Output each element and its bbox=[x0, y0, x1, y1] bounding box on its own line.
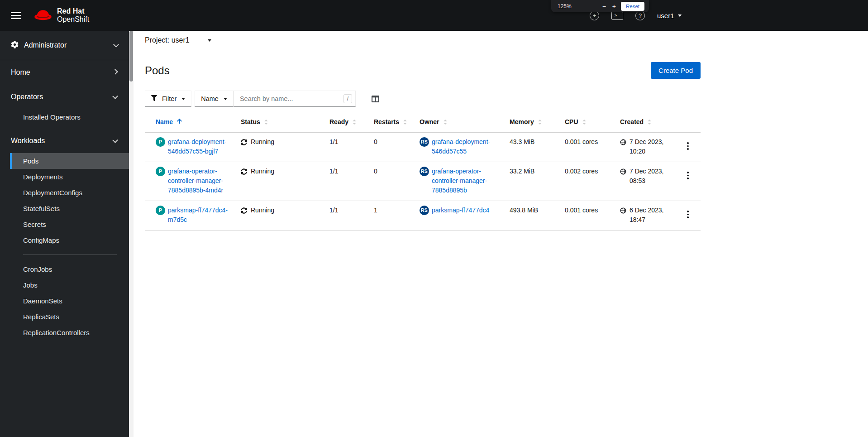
zoom-out-button[interactable]: − bbox=[599, 1, 609, 11]
sidebar-item-jobs[interactable]: Jobs bbox=[10, 277, 129, 293]
nav-group-label: Operators bbox=[11, 93, 43, 101]
kebab-menu-icon[interactable] bbox=[682, 139, 693, 154]
sync-running-icon bbox=[241, 168, 247, 178]
sync-running-icon bbox=[241, 139, 247, 148]
sidebar-item-label[interactable]: DeploymentConfigs bbox=[10, 185, 129, 201]
ready-cell: 1/1 bbox=[317, 133, 361, 162]
nav-group-operators: Operators Installed Operators bbox=[0, 85, 129, 129]
column-header-restarts[interactable]: Restarts bbox=[361, 111, 407, 132]
sidebar-item-label[interactable]: ReplicaSets bbox=[10, 309, 129, 325]
column-management-icon[interactable] bbox=[371, 95, 380, 103]
pod-link[interactable]: grafana-operator-controller-manager-7885… bbox=[168, 167, 230, 195]
restarts-cell: 0 bbox=[361, 162, 407, 201]
sidebar-item-label[interactable]: DaemonSets bbox=[10, 293, 129, 309]
created-cell: 6 Dec 2023, 18:47 bbox=[607, 201, 679, 230]
pod-link[interactable]: grafana-deployment-546dd57c55-bgjl7 bbox=[168, 137, 230, 156]
nav-divider bbox=[23, 255, 117, 255]
nav-group-workloads: Workloads Pods Deployments DeploymentCon… bbox=[0, 129, 129, 344]
sidebar-item-installed operators[interactable]: Installed Operators bbox=[10, 109, 129, 125]
owner-link[interactable]: grafana-deployment-546dd57c55 bbox=[432, 137, 493, 156]
nav-sublist: Pods Deployments DeploymentConfigs State… bbox=[10, 153, 129, 344]
nav-sublist: Installed Operators bbox=[10, 109, 129, 129]
sidebar-item-cronjobs[interactable]: CronJobs bbox=[10, 261, 129, 277]
column-header-name[interactable]: Name bbox=[145, 111, 234, 132]
sidebar-item-replicasets[interactable]: ReplicaSets bbox=[10, 309, 129, 325]
sort-icon bbox=[403, 120, 407, 125]
column-header-memory[interactable]: Memory bbox=[497, 111, 552, 132]
filter-dropdown[interactable]: Filter bbox=[145, 91, 191, 107]
project-selector[interactable]: Project: user1 bbox=[145, 36, 211, 44]
owner-link[interactable]: grafana-operator-controller-manager-7885… bbox=[432, 167, 493, 195]
caret-down-icon bbox=[208, 39, 211, 42]
column-header-created[interactable]: Created bbox=[607, 111, 679, 132]
column-header-status[interactable]: Status bbox=[234, 111, 317, 132]
sidebar-item-statefulsets[interactable]: StatefulSets bbox=[10, 201, 129, 216]
create-pod-button[interactable]: Create Pod bbox=[651, 62, 701, 79]
sidebar-item-label[interactable]: CronJobs bbox=[10, 261, 129, 277]
sidebar-item-label[interactable]: Pods bbox=[12, 153, 129, 169]
kebab-menu-icon[interactable] bbox=[682, 207, 693, 222]
owner-link[interactable]: parksmap-ff7477dc4 bbox=[432, 206, 489, 215]
pod-link[interactable]: parksmap-ff7477dc4-m7d5c bbox=[168, 206, 230, 225]
search-attribute-dropdown[interactable]: Name bbox=[195, 91, 234, 107]
filter-label: Filter bbox=[162, 95, 176, 102]
column-label: CPU bbox=[565, 118, 578, 125]
zoom-reset-button[interactable]: Reset bbox=[621, 2, 644, 11]
nav-group-header[interactable]: Operators bbox=[0, 85, 129, 109]
column-label: Status bbox=[241, 118, 260, 125]
sidebar-item-daemonsets[interactable]: DaemonSets bbox=[10, 293, 129, 309]
sidebar-item-label[interactable]: Secrets bbox=[10, 216, 129, 232]
nav-group-label: Workloads bbox=[11, 137, 45, 145]
sidebar-item-configmaps[interactable]: ConfigMaps bbox=[10, 232, 129, 248]
column-header-ready[interactable]: Ready bbox=[317, 111, 361, 132]
zoom-level: 125% bbox=[558, 3, 572, 10]
sidebar-item-label[interactable]: Installed Operators bbox=[10, 109, 129, 125]
sidebar-item-label[interactable]: ConfigMaps bbox=[10, 232, 129, 248]
sidebar-item-deploymentconfigs[interactable]: DeploymentConfigs bbox=[10, 185, 129, 201]
nav-group-header[interactable]: Home bbox=[0, 60, 129, 85]
perspective-switcher[interactable]: Administrator bbox=[0, 31, 129, 60]
pods-table: Name Status Ready Restarts bbox=[145, 111, 701, 231]
chevron-down-icon bbox=[113, 42, 119, 48]
brand-line2: OpenShift bbox=[57, 15, 89, 24]
table-row: P grafana-deployment-546dd57c55-bgjl7 Ru… bbox=[145, 133, 701, 162]
sidebar-item-deployments[interactable]: Deployments bbox=[10, 169, 129, 185]
sidebar-scrollbar-thumb[interactable] bbox=[129, 31, 133, 82]
nav-group-header[interactable]: Workloads bbox=[0, 129, 129, 153]
caret-down-icon bbox=[181, 98, 185, 100]
search-input[interactable] bbox=[234, 91, 356, 107]
chevron-icon bbox=[112, 69, 118, 75]
pod-badge: P bbox=[156, 167, 165, 176]
nav-group-home: Home bbox=[0, 60, 129, 85]
sidebar-item-pods[interactable]: Pods bbox=[10, 153, 129, 169]
column-header-owner[interactable]: Owner bbox=[407, 111, 497, 132]
sort-icon bbox=[648, 120, 651, 125]
brand-logo[interactable]: Red Hat OpenShift bbox=[33, 7, 89, 24]
toolbar: Filter Name / bbox=[145, 91, 701, 107]
main-content: Project: user1 Pods Create Pod Filter Na… bbox=[134, 31, 868, 437]
caret-down-icon bbox=[224, 98, 227, 100]
created-cell: 7 Dec 2023, 08:53 bbox=[607, 162, 679, 201]
hamburger-menu-icon[interactable] bbox=[11, 10, 22, 21]
web-terminal-icon[interactable]: >_ bbox=[611, 11, 623, 20]
sidebar-item-secrets[interactable]: Secrets bbox=[10, 216, 129, 232]
kebab-menu-icon[interactable] bbox=[682, 168, 693, 183]
sidebar-item-label[interactable]: ReplicationControllers bbox=[10, 325, 129, 341]
sidebar-item-replicationcontrollers[interactable]: ReplicationControllers bbox=[10, 325, 129, 341]
zoom-in-button[interactable]: + bbox=[609, 1, 619, 11]
sidebar: Administrator Home Operators Installed O… bbox=[0, 31, 129, 437]
sidebar-item-label[interactable]: StatefulSets bbox=[10, 201, 129, 216]
browser-zoom-bubble: 125% − + Reset bbox=[551, 0, 649, 12]
sidebar-item-label[interactable]: Jobs bbox=[10, 277, 129, 293]
chevron-icon bbox=[112, 137, 118, 143]
name-cell: P grafana-deployment-546dd57c55-bgjl7 bbox=[145, 133, 234, 162]
ready-cell: 1/1 bbox=[317, 201, 361, 230]
user-menu[interactable]: user1 bbox=[657, 12, 682, 19]
sidebar-item-label[interactable]: Deployments bbox=[10, 169, 129, 185]
status-text: Running bbox=[251, 137, 274, 147]
ready-cell: 1/1 bbox=[317, 162, 361, 201]
page-content: Pods Create Pod Filter Name / bbox=[134, 62, 712, 231]
column-label: Name bbox=[156, 118, 173, 125]
sort-icon bbox=[264, 120, 268, 125]
column-header-cpu[interactable]: CPU bbox=[552, 111, 607, 132]
